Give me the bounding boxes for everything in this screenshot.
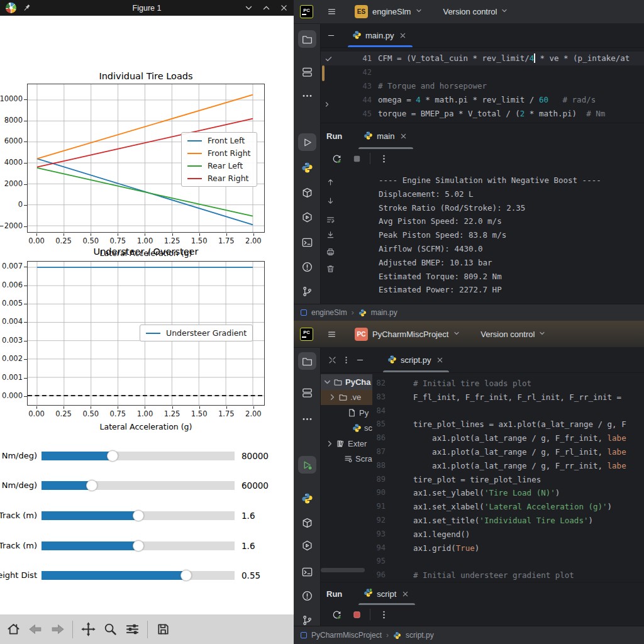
tree-item[interactable]: .ve bbox=[321, 390, 372, 406]
slider-handle[interactable] bbox=[180, 570, 192, 581]
code-editor[interactable]: 82# Initial tire loads plot83F_fl_init, … bbox=[372, 374, 644, 582]
vcs-selector[interactable]: Version control bbox=[480, 330, 546, 339]
sidebar-terminal-icon[interactable] bbox=[298, 563, 316, 580]
pycharm-app-icon[interactable]: PC bbox=[300, 328, 313, 341]
main-menu-icon[interactable] bbox=[325, 5, 338, 19]
code-line[interactable]: 96# Initial understeer gradient plot bbox=[372, 569, 644, 582]
breadcrumb-file[interactable]: main.py bbox=[371, 308, 397, 317]
sidebar-more-options-icon[interactable] bbox=[298, 410, 316, 428]
code-line[interactable]: 95 bbox=[372, 555, 644, 569]
code-line[interactable]: 41CFM = (V_total_cuin * rev_limit/4 * ve… bbox=[321, 52, 644, 65]
code-line[interactable]: 94ax1.grid(True) bbox=[372, 541, 644, 555]
sidebar-project-folder-icon[interactable] bbox=[298, 352, 316, 370]
code-line[interactable]: 45torque = BMEP_pa * V_total / (2 * math… bbox=[321, 107, 644, 121]
tab-main-py[interactable]: main.py bbox=[347, 24, 414, 47]
slider-track[interactable] bbox=[42, 481, 235, 490]
sidebar-python-console-icon[interactable] bbox=[298, 489, 316, 507]
save-icon[interactable] bbox=[154, 620, 172, 639]
sidebar-structure-icon[interactable] bbox=[298, 63, 316, 80]
rerun-icon[interactable] bbox=[330, 152, 343, 165]
sidebar-run-icon[interactable] bbox=[298, 133, 316, 151]
zoom-icon[interactable] bbox=[101, 620, 119, 639]
slider-handle[interactable] bbox=[133, 510, 144, 521]
code-line[interactable]: 86 ax1.plot(a_lat_range / g, F_fr_init, … bbox=[372, 431, 644, 445]
code-line[interactable]: 88 ax1.plot(a_lat_range / g, F_rr_init, … bbox=[372, 459, 644, 473]
slider-handle[interactable] bbox=[86, 480, 97, 491]
vcs-selector[interactable]: Version control bbox=[443, 7, 508, 16]
subplots-icon[interactable] bbox=[123, 620, 141, 639]
tab-script-py[interactable]: script.py bbox=[382, 348, 450, 372]
rerun-icon[interactable] bbox=[330, 608, 343, 621]
stop-icon[interactable] bbox=[350, 608, 364, 621]
sidebar-version-control-branch-icon[interactable] bbox=[298, 282, 316, 300]
code-line[interactable]: 92ax1.set_title('Individual Tire Loads') bbox=[372, 514, 644, 528]
code-line[interactable]: 85tire_plot_lines = ax1.plot(a_lat_range… bbox=[372, 418, 644, 431]
slider-track[interactable] bbox=[42, 571, 235, 580]
code-line[interactable]: 93ax1.legend() bbox=[372, 528, 644, 541]
slider-handle[interactable] bbox=[107, 450, 118, 462]
project-selector[interactable]: ES engineSlm bbox=[355, 5, 423, 18]
forward-icon[interactable] bbox=[48, 620, 66, 639]
code-line[interactable]: 83F_fl_init, F_fr_init, F_rl_init, F_rr_… bbox=[372, 391, 644, 404]
maximize-icon[interactable] bbox=[262, 4, 270, 12]
sidebar-structure-icon[interactable] bbox=[298, 384, 316, 401]
close-icon[interactable] bbox=[280, 4, 288, 12]
sidebar-services-icon[interactable] bbox=[298, 536, 316, 554]
sidebar-problems-icon[interactable] bbox=[298, 258, 316, 275]
breadcrumb-file[interactable]: script.py bbox=[406, 631, 434, 640]
code-line[interactable]: 82# Initial tire loads plot bbox=[372, 377, 644, 391]
sidebar-python-packages-icon[interactable] bbox=[298, 184, 316, 201]
pan-icon[interactable] bbox=[79, 620, 97, 639]
project-selector[interactable]: PC PyCharmMiscProject bbox=[355, 328, 460, 341]
scrollbar-thumb[interactable] bbox=[321, 568, 365, 572]
pycharm-app-icon[interactable]: PC bbox=[300, 5, 313, 18]
more-options-icon[interactable] bbox=[377, 608, 391, 621]
run-console-output[interactable]: ---- Engine Simulation with Negative Boo… bbox=[321, 168, 644, 304]
tree-item[interactable]: Exter bbox=[321, 436, 372, 452]
sidebar-run-icon[interactable] bbox=[298, 456, 316, 474]
code-line[interactable]: 87 ax1.plot(a_lat_range / g, F_rl_init, … bbox=[372, 445, 644, 459]
breadcrumb-project[interactable]: PyCharmMiscProject bbox=[311, 631, 382, 640]
code-line[interactable]: 43# Torque and horsepower bbox=[321, 79, 644, 93]
more-options-icon[interactable] bbox=[377, 152, 391, 165]
chevron-right-icon[interactable] bbox=[326, 439, 333, 448]
main-menu-icon[interactable] bbox=[325, 327, 338, 341]
sidebar-terminal-icon[interactable] bbox=[298, 233, 316, 251]
hide-icon[interactable] bbox=[353, 353, 367, 367]
sidebar-problems-icon[interactable] bbox=[298, 587, 316, 604]
slider-track[interactable] bbox=[42, 452, 235, 460]
back-icon[interactable] bbox=[26, 620, 44, 639]
slider-handle[interactable] bbox=[133, 540, 144, 552]
close-tab-icon[interactable] bbox=[435, 353, 445, 367]
slider-track[interactable] bbox=[42, 511, 235, 520]
chevron-right-icon[interactable] bbox=[328, 392, 336, 402]
collapse-icon[interactable] bbox=[325, 353, 339, 367]
code-line[interactable]: 44omega = 4 * math.pi * rev_limit / 60 #… bbox=[321, 93, 644, 107]
tree-item[interactable]: Scrat bbox=[321, 452, 372, 467]
more-options-icon[interactable] bbox=[339, 353, 353, 367]
tree-item[interactable]: PyCha bbox=[321, 374, 372, 390]
slider-track[interactable] bbox=[42, 541, 235, 550]
run-tab-script[interactable]: script bbox=[360, 582, 414, 605]
code-line[interactable]: 84 bbox=[372, 404, 644, 418]
sidebar-python-packages-icon[interactable] bbox=[298, 514, 316, 531]
stop-icon[interactable] bbox=[350, 152, 364, 165]
sidebar-more-options-icon[interactable] bbox=[298, 87, 316, 104]
code-line[interactable]: 89tire_plot = tire_plot_lines bbox=[372, 473, 644, 487]
close-run-tab-icon[interactable] bbox=[400, 587, 410, 601]
minimize-icon[interactable] bbox=[245, 4, 253, 12]
home-icon[interactable] bbox=[4, 620, 22, 639]
figure-titlebar[interactable]: Figure 1 bbox=[0, 0, 294, 16]
fold-arrow-icon[interactable] bbox=[323, 101, 331, 110]
code-line[interactable]: 90ax1.set_ylabel('Tire Load (N)') bbox=[372, 486, 644, 500]
close-tab-icon[interactable] bbox=[398, 29, 408, 43]
run-tab-main[interactable]: main bbox=[360, 123, 412, 149]
hide-icon[interactable] bbox=[324, 29, 338, 43]
inspections-ok-icon[interactable] bbox=[325, 55, 333, 65]
chevron-down-icon[interactable] bbox=[323, 377, 331, 387]
close-run-tab-icon[interactable] bbox=[398, 130, 408, 143]
sidebar-project-folder-icon[interactable] bbox=[298, 30, 316, 48]
tree-item[interactable]: Py bbox=[321, 405, 372, 421]
sidebar-services-icon[interactable] bbox=[298, 208, 316, 226]
pin-icon[interactable] bbox=[22, 3, 31, 13]
